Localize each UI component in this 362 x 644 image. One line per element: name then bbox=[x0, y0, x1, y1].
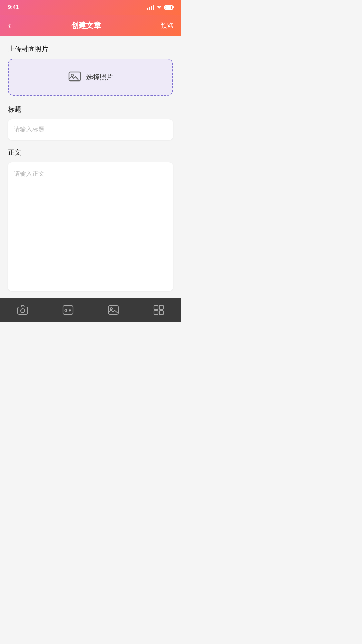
status-icons bbox=[147, 5, 173, 10]
svg-rect-11 bbox=[159, 311, 163, 315]
content-area: 上传封面照片 选择照片 标题 正文 bbox=[0, 36, 181, 298]
battery-icon bbox=[164, 5, 173, 10]
svg-rect-9 bbox=[159, 305, 163, 309]
preview-button[interactable]: 预览 bbox=[161, 21, 173, 30]
select-photo-label: 选择照片 bbox=[86, 73, 113, 82]
body-input-container bbox=[8, 162, 173, 291]
page-title: 创建文章 bbox=[71, 20, 101, 31]
title-input-container bbox=[8, 119, 173, 140]
status-time: 9:41 bbox=[8, 4, 19, 10]
bottom-toolbar: GIF bbox=[0, 298, 181, 322]
svg-point-3 bbox=[21, 309, 25, 313]
grid-button[interactable] bbox=[153, 304, 165, 316]
title-section-label: 标题 bbox=[8, 105, 173, 114]
body-section-label: 正文 bbox=[8, 148, 173, 157]
status-bar: 9:41 bbox=[0, 0, 181, 15]
svg-text:GIF: GIF bbox=[64, 308, 71, 313]
title-section: 标题 bbox=[8, 105, 173, 140]
svg-rect-6 bbox=[108, 306, 118, 314]
header: ‹ 创建文章 预览 bbox=[0, 15, 181, 36]
svg-point-7 bbox=[110, 308, 112, 310]
body-input[interactable] bbox=[14, 169, 167, 283]
image-button[interactable] bbox=[107, 304, 119, 316]
back-button[interactable]: ‹ bbox=[8, 20, 11, 31]
svg-rect-2 bbox=[18, 307, 28, 314]
svg-rect-0 bbox=[69, 72, 80, 81]
title-input[interactable] bbox=[14, 126, 167, 133]
body-section: 正文 bbox=[8, 148, 173, 291]
svg-rect-8 bbox=[154, 305, 158, 309]
svg-rect-10 bbox=[154, 311, 158, 315]
signal-icon bbox=[147, 5, 154, 10]
wifi-icon bbox=[156, 5, 162, 10]
gif-button[interactable]: GIF bbox=[62, 304, 74, 316]
cover-section-label: 上传封面照片 bbox=[8, 44, 173, 53]
camera-button[interactable] bbox=[17, 304, 29, 316]
photo-upload-button[interactable]: 选择照片 bbox=[8, 59, 173, 96]
photo-placeholder-icon bbox=[68, 70, 81, 85]
